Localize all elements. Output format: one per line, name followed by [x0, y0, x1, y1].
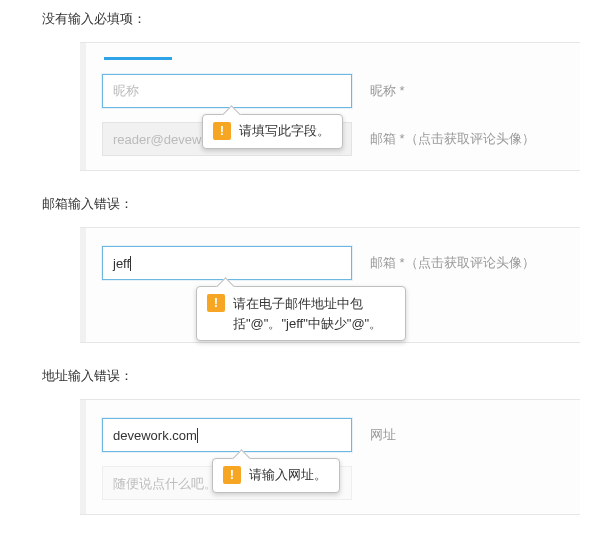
tooltip-email-text: 请在电子邮件地址中包括"@"。"jeff"中缺少"@"。 [233, 294, 393, 333]
email-readonly-label: 邮箱 *（点击获取评论头像） [370, 130, 535, 148]
tab-underline [104, 57, 172, 60]
panel-required: 昵称 昵称 * 请填写此字段。 reader@devework.c... 邮箱 … [80, 42, 580, 171]
tooltip-email: 请在电子邮件地址中包括"@"。"jeff"中缺少"@"。 [196, 286, 406, 341]
tooltip-required: 请填写此字段。 [202, 114, 343, 149]
warning-icon [223, 466, 241, 484]
tooltip-url-text: 请输入网址。 [249, 466, 327, 485]
row-url-input: devework.com 网址 请输入网址。 [102, 418, 566, 452]
warning-icon [213, 122, 231, 140]
section-title-url: 地址输入错误： [42, 367, 588, 385]
tooltip-required-text: 请填写此字段。 [239, 122, 330, 141]
panel-email: jeff 邮箱 *（点击获取评论头像） 请在电子邮件地址中包括"@"。"jeff… [80, 227, 580, 343]
section-email: 邮箱输入错误： jeff 邮箱 *（点击获取评论头像） 请在电子邮件地址中包括"… [12, 195, 588, 343]
nickname-label: 昵称 * [370, 82, 405, 100]
url-input-label: 网址 [370, 426, 396, 444]
warning-icon [207, 294, 225, 312]
row-nickname: 昵称 昵称 * 请填写此字段。 [102, 74, 566, 108]
url-input[interactable]: devework.com [102, 418, 352, 452]
panel-url: devework.com 网址 请输入网址。 随便说点什么吧。. . [80, 399, 580, 515]
section-url: 地址输入错误： devework.com 网址 请输入网址。 随便说点什么吧。.… [12, 367, 588, 515]
row-email-input: jeff 邮箱 *（点击获取评论头像） 请在电子邮件地址中包括"@"。"jeff… [102, 246, 566, 280]
section-title-email: 邮箱输入错误： [42, 195, 588, 213]
tooltip-url: 请输入网址。 [212, 458, 340, 493]
section-title-required: 没有输入必填项： [42, 10, 588, 28]
email-input-label: 邮箱 *（点击获取评论头像） [370, 254, 535, 272]
section-required: 没有输入必填项： 昵称 昵称 * 请填写此字段。 reader@devework… [12, 10, 588, 171]
nickname-input[interactable]: 昵称 [102, 74, 352, 108]
email-input[interactable]: jeff [102, 246, 352, 280]
